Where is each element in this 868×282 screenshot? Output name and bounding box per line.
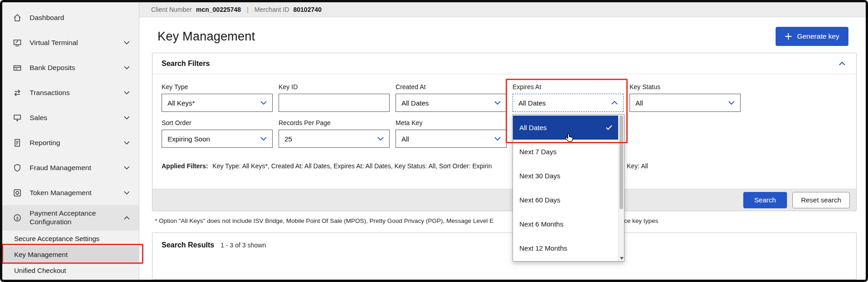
chevron-down-icon: [728, 101, 735, 105]
dropdown-option-label: Next 12 Months: [519, 244, 567, 252]
key-id-label: Key ID: [279, 83, 390, 91]
chevron-down-icon: [124, 91, 130, 95]
footnote-text-right: ce key types: [624, 217, 658, 224]
dropdown-option-label: Next 30 Days: [519, 172, 560, 180]
transactions-icon: [12, 88, 22, 98]
expires-at-value: All Dates: [518, 99, 546, 107]
key-type-select[interactable]: All Keys*: [162, 94, 273, 112]
key-status-value: All: [635, 99, 643, 107]
scrollbar-down-arrow-icon[interactable]: [620, 257, 624, 260]
search-results-title: Search Results: [162, 241, 214, 249]
sidebar: Dashboard Virtual Terminal Bank Deposits: [2, 2, 139, 280]
sidebar-item-label: Token Management: [30, 189, 91, 197]
sidebar-item-label: Virtual Terminal: [30, 39, 78, 47]
sidebar-subitem-label: Key Management: [14, 251, 68, 258]
sidebar-item-sales[interactable]: Sales: [2, 105, 139, 130]
filter-field-records-per-page: Records Per Page 25: [279, 119, 390, 148]
reset-search-button[interactable]: Reset search: [792, 192, 850, 208]
page-header: Key Management Generate key: [139, 17, 866, 45]
payment-icon: $: [12, 213, 22, 223]
search-results-header: Search Results 1 - 3 of 3 shown: [152, 233, 856, 257]
sidebar-item-key-management[interactable]: Key Management: [2, 247, 139, 262]
sidebar-item-dashboard[interactable]: Dashboard: [2, 5, 139, 30]
sidebar-item-token-management[interactable]: Token Management: [2, 180, 139, 205]
created-at-select[interactable]: All Dates: [396, 94, 507, 112]
search-filters-header: Search Filters: [152, 53, 856, 74]
sidebar-item-virtual-terminal[interactable]: Virtual Terminal: [2, 30, 139, 55]
merchant-id-label: Merchant ID: [254, 6, 289, 13]
filter-field-created-at: Created At All Dates: [396, 83, 507, 112]
applied-filters-label: Applied Filters:: [162, 162, 208, 170]
chevron-down-icon: [260, 101, 267, 105]
search-filters-panel: Search Filters Key Type All Keys*: [152, 53, 857, 211]
sidebar-item-label: Payment Acceptance Configuration: [30, 209, 102, 226]
expires-at-select[interactable]: All Dates: [513, 94, 624, 112]
filter-field-meta-key: Meta Key All: [396, 119, 507, 148]
key-type-value: All Keys*: [168, 99, 195, 107]
key-type-label: Key Type: [162, 83, 273, 91]
dropdown-option-next-30-days[interactable]: Next 30 Days: [513, 164, 624, 188]
meta-key-select[interactable]: All: [396, 130, 507, 148]
dropdown-option-label: Next 60 Days: [519, 196, 560, 204]
search-button[interactable]: Search: [743, 192, 787, 208]
generate-key-button[interactable]: Generate key: [776, 27, 848, 46]
sidebar-item-label: Transactions: [30, 89, 70, 97]
applied-filters-text-right: Key: All: [627, 162, 648, 170]
sidebar-subitem-label: Unified Checkout: [14, 267, 66, 274]
collapse-panel-button[interactable]: [837, 60, 847, 67]
created-at-label: Created At: [396, 83, 507, 91]
dropdown-option-label: All Dates: [519, 124, 547, 131]
filter-row-1: Key Type All Keys* Key ID Crea: [162, 83, 847, 112]
sidebar-item-unified-checkout[interactable]: Unified Checkout: [2, 262, 139, 278]
sidebar-item-label: Sales: [30, 114, 47, 122]
svg-text:$: $: [16, 216, 18, 221]
records-per-page-label: Records Per Page: [279, 119, 390, 126]
dropdown-option-next-6-months[interactable]: Next 6 Months: [513, 212, 624, 236]
chevron-down-icon: [124, 116, 130, 120]
merchant-id-value: 80102740: [293, 6, 321, 13]
expires-at-dropdown: All Dates Next 7 Days Next 30 Days: [513, 114, 624, 262]
dropdown-option-next-12-months[interactable]: Next 12 Months: [513, 236, 624, 260]
scrollbar-thumb[interactable]: [619, 116, 623, 209]
home-icon: [12, 13, 22, 23]
meta-key-value: All: [401, 135, 409, 143]
sidebar-item-transactions[interactable]: Transactions: [2, 80, 139, 105]
sidebar-item-secure-acceptance-settings[interactable]: Secure Acceptance Settings: [2, 231, 139, 247]
report-icon: [12, 138, 22, 148]
records-per-page-value: 25: [284, 135, 292, 143]
chevron-down-icon: [260, 137, 267, 141]
search-results-count: 1 - 3 of 3 shown: [221, 242, 266, 249]
sort-order-select[interactable]: Expiring Soon: [162, 130, 273, 148]
filter-field-sort-order: Sort Order Expiring Soon: [162, 119, 273, 148]
chevron-up-icon: [124, 216, 130, 220]
sidebar-item-payment-acceptance-configuration[interactable]: $ Payment Acceptance Configuration: [2, 205, 139, 231]
terminal-icon: [12, 38, 22, 48]
main-content: Client Number mcn_00225748 | Merchant ID…: [139, 2, 866, 280]
generate-key-label: Generate key: [797, 32, 839, 40]
chevron-down-icon: [124, 191, 130, 195]
expires-at-label: Expires At: [513, 83, 624, 91]
dropdown-scrollbar[interactable]: [618, 115, 624, 261]
sidebar-item-bank-deposits[interactable]: Bank Deposits: [2, 55, 139, 80]
sidebar-item-reporting[interactable]: Reporting: [2, 130, 139, 155]
app-window: Dashboard Virtual Terminal Bank Deposits: [0, 0, 868, 282]
records-per-page-select[interactable]: 25: [279, 130, 390, 148]
page-title: Key Management: [157, 30, 255, 44]
bank-deposit-icon: [12, 63, 22, 73]
filter-field-expires-at: Expires At All Dates All Dates: [513, 83, 624, 112]
chevron-down-icon: [124, 166, 130, 170]
sidebar-item-label: Dashboard: [30, 14, 64, 22]
chevron-down-icon: [124, 141, 130, 145]
dropdown-option-next-60-days[interactable]: Next 60 Days: [513, 188, 624, 212]
key-id-input[interactable]: [279, 94, 390, 112]
filters-action-bar: Search Reset search: [152, 189, 856, 211]
key-status-label: Key Status: [629, 83, 741, 91]
filters-body: Key Type All Keys* Key ID Crea: [152, 74, 856, 171]
meta-key-label: Meta Key: [396, 119, 507, 126]
sidebar-item-fraud-management[interactable]: Fraud Management: [2, 155, 139, 180]
plus-icon: [785, 33, 792, 40]
key-status-select[interactable]: All: [629, 94, 741, 112]
dropdown-option-label: Next 7 Days: [519, 148, 557, 156]
client-number-label: Client Number: [151, 6, 192, 13]
sort-order-label: Sort Order: [162, 119, 273, 126]
